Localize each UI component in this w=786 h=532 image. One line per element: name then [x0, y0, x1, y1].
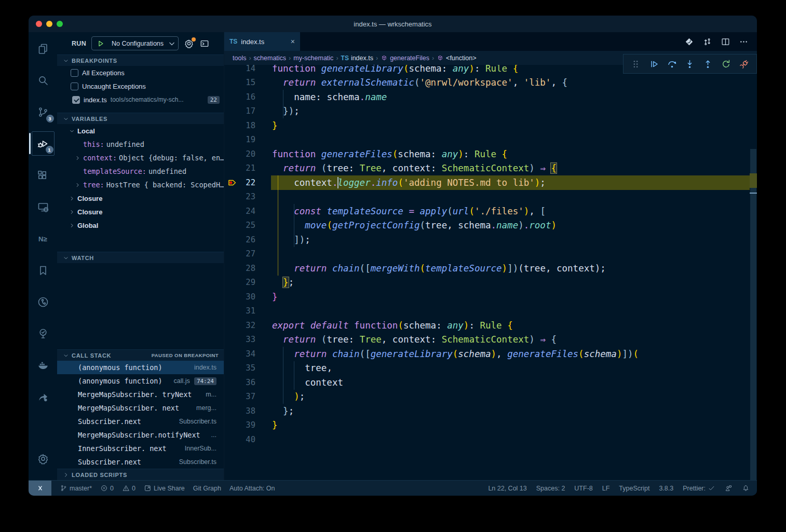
status-item-warnings[interactable]: 0: [122, 484, 135, 492]
scrollbar-slider[interactable]: [750, 149, 756, 480]
code-line-24[interactable]: 24 const templateSource = apply(url('./f…: [224, 204, 750, 219]
code-line-20[interactable]: 20function generateFiles(schema: any): R…: [224, 147, 750, 161]
status-item-branch[interactable]: master*: [60, 484, 92, 492]
code-line-30[interactable]: 30}: [224, 290, 750, 304]
status-item-indentation[interactable]: Spaces: 2: [536, 485, 565, 492]
code-line-23[interactable]: 23: [224, 190, 750, 204]
status-item-errors[interactable]: 0: [100, 484, 114, 492]
code-line-22[interactable]: 22 context.logger.info('adding NOTES.md …: [224, 175, 750, 190]
section-header-breakpoints[interactable]: BREAKPOINTS: [57, 54, 224, 66]
status-item-auto-attach[interactable]: Auto Attach: On: [229, 485, 275, 492]
code-line-17[interactable]: 17 });: [224, 104, 750, 119]
call-stack-frame[interactable]: MergeMapSubscriber._tryNextm...: [57, 388, 224, 401]
activity-item-run-debug[interactable]: 1: [32, 131, 55, 156]
code-viewport[interactable]: 14function generateLibrary(schema: any):…: [224, 65, 750, 480]
status-item-eol[interactable]: LF: [602, 485, 610, 492]
settings-gear-button[interactable]: [32, 446, 55, 471]
debug-step-into-button[interactable]: [684, 59, 695, 70]
breadcrumb-item-index-ts[interactable]: TSindex.ts: [341, 54, 373, 62]
code-line-27[interactable]: 27: [224, 247, 750, 262]
launch-config-dropdown[interactable]: No Configurations: [91, 36, 179, 50]
breadcrumb-item--function-[interactable]: <function>: [437, 54, 476, 62]
call-stack-frame[interactable]: MergeMapSubscriber.notifyNext...: [57, 428, 224, 442]
code-line-37[interactable]: 37 );: [224, 390, 750, 404]
variable-scope-closure[interactable]: Closure: [57, 192, 224, 205]
call-stack-frame[interactable]: MergeMapSubscriber._nextmerg...: [57, 401, 224, 415]
breadcrumb-item-tools[interactable]: tools: [233, 54, 246, 62]
activity-item-nx-console[interactable]: N≥: [32, 226, 55, 251]
code-line-26[interactable]: 26 ]);: [224, 233, 750, 247]
code-line-19[interactable]: 19: [224, 133, 750, 147]
breakpoint-checkbox[interactable]: [72, 96, 80, 104]
debug-step-out-button[interactable]: [702, 59, 713, 70]
code-line-25[interactable]: 25 move(getProjectConfig(tree, schema.na…: [224, 219, 750, 233]
breakpoint-checkbox[interactable]: [71, 69, 78, 77]
section-header-watch[interactable]: WATCH: [57, 252, 224, 263]
activity-item-extensions[interactable]: [32, 163, 55, 187]
code-line-36[interactable]: 36 context: [224, 375, 750, 390]
variable-scope-local[interactable]: Local: [57, 124, 224, 138]
section-header-variables[interactable]: VARIABLES: [57, 113, 224, 124]
call-stack-frame[interactable]: (anonymous function)index.ts: [57, 361, 224, 374]
call-stack-frame[interactable]: (anonymous function)call.js74:24: [57, 374, 224, 388]
start-debug-icon[interactable]: [95, 38, 105, 49]
editor-scrollbar[interactable]: [750, 65, 757, 480]
activity-item-remote-explorer[interactable]: [32, 195, 55, 219]
code-line-40[interactable]: 40: [224, 432, 750, 447]
status-item-ts-version[interactable]: 3.8.3: [659, 485, 673, 492]
titlebar[interactable]: index.ts — wrkschematics: [29, 16, 757, 32]
breadcrumb-item-generatefiles[interactable]: generateFiles: [381, 54, 429, 62]
code-line-34[interactable]: 34 return chain([generateLibrary(schema)…: [224, 347, 750, 361]
remote-indicator[interactable]: [29, 481, 51, 496]
code-line-35[interactable]: 35 tree,: [224, 361, 750, 376]
code-line-32[interactable]: 32export default function(schema: any): …: [224, 318, 750, 333]
variable-scope-closure[interactable]: Closure: [57, 205, 224, 219]
status-item-notifications[interactable]: [742, 484, 750, 492]
code-line-29[interactable]: 29 };: [224, 276, 750, 290]
activity-item-timeline[interactable]: [32, 290, 55, 314]
status-item-prettier[interactable]: Prettier:: [683, 484, 715, 492]
activity-item-bookmarks[interactable]: [32, 258, 55, 282]
debug-continue-button[interactable]: [648, 59, 659, 70]
status-item-feedback[interactable]: [725, 484, 733, 492]
code-line-16[interactable]: 16 name: schema.name: [224, 90, 750, 104]
code-line-38[interactable]: 38 };: [224, 404, 750, 418]
debug-drag-handle-button[interactable]: [630, 59, 641, 70]
activity-item-search[interactable]: [32, 68, 55, 92]
breakpoint-row[interactable]: Uncaught Exceptions: [57, 79, 224, 93]
code-line-15[interactable]: 15 return externalSchematic('@nrwl/works…: [224, 76, 750, 90]
call-stack-frame[interactable]: Subscriber.nextSubscriber.ts: [57, 455, 224, 469]
tab-index-ts[interactable]: TS index.ts ×: [224, 32, 300, 51]
debug-step-over-button[interactable]: [667, 59, 677, 70]
code-line-28[interactable]: 28 return chain([mergeWith(templateSourc…: [224, 261, 750, 276]
editor-action-switch-editor[interactable]: [702, 37, 712, 47]
call-stack-frame[interactable]: InnerSubscriber._nextInnerSub...: [57, 442, 224, 455]
activity-item-test-explorer[interactable]: [32, 321, 55, 346]
section-header-loaded-scripts[interactable]: LOADED SCRIPTS: [57, 469, 224, 480]
activity-item-docker[interactable]: [32, 353, 55, 377]
code-line-33[interactable]: 33 return (tree: Tree, context: Schemati…: [224, 333, 750, 347]
debug-console-icon[interactable]: [199, 38, 210, 49]
debug-restart-button[interactable]: [721, 59, 731, 70]
activity-item-source-control[interactable]: 3: [32, 100, 55, 124]
variable-scope-global[interactable]: Global: [57, 219, 224, 232]
activity-item-explorer[interactable]: [32, 36, 55, 61]
breakpoint-row[interactable]: All Exceptions: [57, 66, 224, 79]
code-line-21[interactable]: 21 return (tree: Tree, context: Schemati…: [224, 161, 750, 176]
breakpoint-checkbox[interactable]: [71, 83, 78, 90]
breakpoint-row[interactable]: index.tstools/schematics/my-sch...22: [57, 93, 224, 106]
configure-gear-icon[interactable]: [184, 38, 194, 49]
editor-action-split-editor[interactable]: [721, 37, 730, 47]
current-breakpoint-arrow-icon[interactable]: [227, 178, 238, 188]
variable-row-templateSource[interactable]: templateSource: undefined: [57, 165, 224, 178]
variable-row-this[interactable]: this: undefined: [57, 138, 224, 151]
breadcrumb-item-my-schematic[interactable]: my-schematic: [293, 54, 333, 62]
editor-action-more-actions[interactable]: [739, 37, 749, 47]
close-tab-icon[interactable]: ×: [291, 37, 295, 46]
status-item-cursor-position[interactable]: Ln 22, Col 13: [488, 485, 526, 492]
editor-action-open-changes[interactable]: [684, 37, 694, 47]
variable-row-tree[interactable]: tree: HostTree {_backend: ScopedH…: [57, 178, 224, 192]
code-line-31[interactable]: 31: [224, 304, 750, 319]
status-item-encoding[interactable]: UTF-8: [574, 485, 592, 492]
code-line-18[interactable]: 18}: [224, 118, 750, 133]
